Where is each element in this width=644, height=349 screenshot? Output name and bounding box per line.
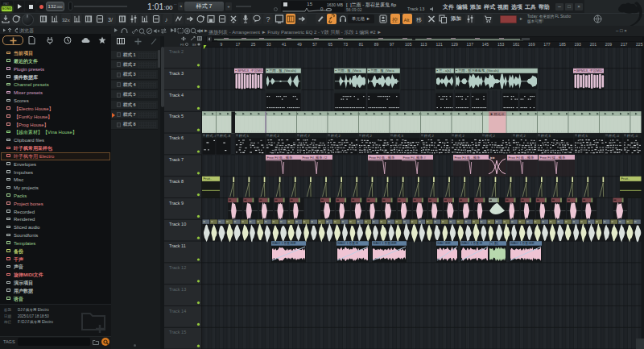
svg-text:161: 161: [513, 42, 520, 47]
svg-text:Track 5: Track 5: [169, 114, 184, 118]
svg-text:Fruit..: Fruit..: [204, 177, 213, 181]
svg-text:105: 105: [405, 42, 412, 47]
svg-text:Track 7: Track 7: [169, 157, 184, 162]
svg-text:WAV 调整: WAV 调整: [437, 241, 451, 245]
svg-text:Alt: Alt: [404, 18, 410, 23]
svg-text:Track 12: Track 12: [169, 265, 186, 270]
svg-text:▪ BPM13_子宫MID: ▪ BPM13_子宫MID: [575, 69, 603, 73]
svg-text:样式 2: 样式 2: [454, 134, 465, 138]
svg-text:Track 3: Track 3: [169, 71, 184, 76]
svg-text:样式 3: 样式 3: [393, 134, 404, 138]
svg-text:225: 225: [636, 42, 643, 47]
svg-text:Track 14: Track 14: [169, 309, 186, 314]
svg-text:Free Fil 低 - 频率: Free Fil 低 - 频率: [267, 156, 293, 160]
svg-text:Free Fil..频率 #2: Free Fil..频率 #2: [303, 156, 328, 160]
svg-text:♪: ♪: [165, 16, 168, 23]
svg-text:样式 7: 样式 7: [299, 134, 311, 138]
svg-text:137: 137: [467, 42, 474, 47]
svg-text:121: 121: [436, 42, 443, 47]
svg-text:▪ BPM13_子宫MID: ▪ BPM13_子宫MID: [236, 69, 264, 73]
svg-text:样式..8: 样式..8: [219, 134, 231, 138]
svg-text:Fruit..: Fruit..: [621, 177, 630, 181]
svg-text:201: 201: [590, 42, 597, 47]
svg-text:Track 9: Track 9: [169, 201, 184, 206]
svg-text:样式 5: 样式 5: [577, 134, 588, 138]
svg-text:Free Fil 低 - 频率: Free Fil 低 - 频率: [369, 156, 395, 160]
svg-text:样式 3: 样式 3: [540, 134, 551, 138]
svg-text:9: 9: [221, 42, 223, 47]
svg-text:▶ 样式..0: ▶ 样式..0: [490, 112, 504, 116]
svg-text:Track 2: Track 2: [169, 49, 184, 54]
svg-text:样式 2: 样式 2: [330, 134, 341, 138]
svg-text:41: 41: [282, 42, 287, 47]
svg-text:73: 73: [344, 42, 349, 47]
svg-text:[气 数]: [气 数]: [489, 241, 498, 245]
svg-text:Track 10: Track 10: [169, 222, 186, 226]
svg-text:样式 2: 样式 2: [361, 134, 373, 138]
svg-text:▪ 兰雨 - 服_(Voca: ▪ 兰雨 - 服_(Voca: [369, 69, 395, 73]
svg-text:57: 57: [312, 42, 317, 47]
svg-text:WAV2 1 音量调: WAV2 1 音量调: [337, 241, 358, 245]
svg-text:32x: 32x: [62, 18, 70, 23]
svg-text:17: 17: [236, 42, 241, 47]
svg-text:193: 193: [575, 42, 582, 47]
svg-text:Track 6: Track 6: [169, 135, 184, 140]
svg-text:▶▶: ▶▶: [490, 156, 496, 160]
svg-text:Free Fil 低 - 频率: Free Fil 低 - 频率: [509, 156, 535, 160]
svg-text:WAV2 1 音量调整: WAV2 1 音量调整: [510, 241, 535, 245]
svg-text:Free Fil..频率 #: Free Fil..频率 #: [403, 156, 427, 160]
svg-text:移: 移: [416, 17, 422, 23]
svg-text:控: 控: [392, 17, 398, 23]
svg-text:▪ 兰雨 - 服_(Vocals): ▪ 兰雨 - 服_(Vocals): [267, 69, 297, 73]
svg-text:185: 185: [559, 42, 566, 47]
svg-text:Free Fil 律 - 频率: Free Fil 律 - 频率: [540, 156, 566, 160]
svg-text:样式 2: 样式 2: [269, 134, 280, 138]
svg-text:Track 4: Track 4: [169, 93, 184, 98]
svg-text:25: 25: [251, 42, 256, 47]
svg-text:WAV2 1 音量调整: WAV2 1 音量调整: [272, 241, 296, 245]
svg-text:▪ 兰雨 - 服_(Voca: ▪ 兰雨 - 服_(Voca: [336, 69, 362, 73]
svg-text:样式..6: 样式..6: [205, 134, 217, 138]
svg-text:33: 33: [266, 42, 271, 47]
svg-text:113: 113: [420, 42, 427, 47]
svg-text:?: ?: [266, 15, 270, 23]
svg-text:217: 217: [621, 42, 628, 47]
svg-text:177: 177: [543, 42, 551, 47]
svg-text:样式 5: 样式 5: [238, 134, 250, 138]
svg-text:Free Fil 低 - 频率: Free Fil 低 - 频率: [455, 156, 481, 160]
svg-text:样式 2: 样式 2: [485, 134, 496, 138]
svg-text:FR: FR: [180, 44, 184, 47]
svg-text:样式..0: 样式..0: [608, 134, 620, 138]
svg-text:89: 89: [374, 42, 379, 47]
svg-text:209: 209: [605, 42, 613, 47]
svg-text:样式 2: 样式 2: [515, 134, 526, 138]
svg-text:BE: BE: [192, 44, 196, 47]
svg-text:49: 49: [297, 42, 302, 47]
svg-text:Track 13: Track 13: [169, 287, 186, 292]
svg-text:81: 81: [359, 42, 364, 47]
svg-text:65: 65: [328, 42, 332, 47]
svg-text:3/: 3/: [108, 17, 113, 23]
svg-text:153: 153: [497, 42, 505, 47]
svg-text:10dB: 10dB: [341, 79, 349, 83]
svg-text:▪ 兰 - a]s]: ▪ 兰 - a]s]: [437, 69, 451, 73]
svg-text:Track 15: Track 15: [169, 330, 186, 334]
svg-text:Track 11: Track 11: [169, 243, 186, 248]
svg-text:WAV2 1 音量调整: WAV2 1 音量调整: [373, 241, 397, 245]
svg-text:169: 169: [528, 42, 535, 47]
svg-text:Track 8: Track 8: [169, 179, 184, 184]
svg-text:97: 97: [390, 42, 394, 47]
svg-text:145: 145: [482, 42, 489, 47]
svg-text:WAV2 1 音量调: WAV2 1 音量调: [461, 241, 482, 245]
svg-text:样式..0: 样式..0: [626, 134, 638, 138]
svg-text:样式 2: 样式 2: [423, 134, 435, 138]
svg-text:129: 129: [452, 42, 459, 47]
